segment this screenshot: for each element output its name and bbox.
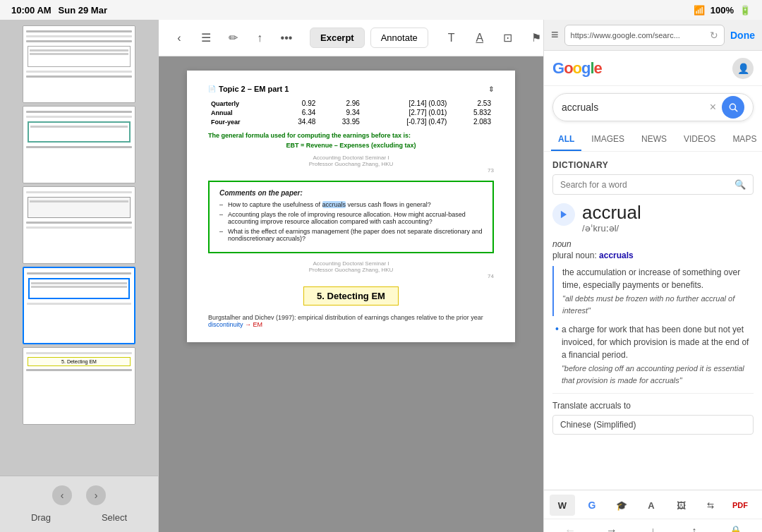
search-clear-icon[interactable]: × [710, 101, 716, 114]
sidebar: 5. Detecting EM ‹ › Drag Select [0, 20, 159, 532]
formula: EBT = Revenue – Expenses (excluding tax) [208, 142, 494, 149]
highlight-button[interactable]: T [440, 26, 464, 50]
refresh-icon[interactable]: ↻ [710, 30, 718, 41]
status-bar: 10:00 AM Sun 29 Mar 📶 100% 🔋 [0, 0, 762, 20]
tab-videos[interactable]: VIDEOS [677, 128, 722, 151]
prev-page-button[interactable]: ‹ [52, 485, 72, 505]
thumbnail-page-2[interactable] [23, 106, 135, 183]
translate-lang-box[interactable]: Chinese (Simplified) [552, 415, 754, 435]
plural-word: accruals [599, 250, 634, 260]
doc-page-1: 📄 Topic 2 – EM part 1 ⇕ Quarterly 0.92 2… [187, 71, 515, 342]
word-plural: plural noun: accruals [552, 250, 754, 260]
search-go-button[interactable] [722, 96, 744, 119]
table-row: Annual [208, 108, 274, 117]
translate-header: Translate accruals to [552, 401, 754, 411]
definition-2: a charge for work that has been done but… [562, 323, 754, 386]
search-tabs: ALL IMAGES NEWS VIDEOS MAPS [544, 128, 762, 152]
comments-title: Comments on the paper: [219, 189, 483, 197]
thumbnail-page-4[interactable] [23, 267, 135, 344]
share-button[interactable]: ↑ [248, 26, 272, 50]
comments-box: Comments on the paper: How to capture th… [208, 181, 494, 253]
google-tool-icon[interactable]: G [579, 495, 605, 516]
table-cell: [2.77] (0.01) [363, 108, 450, 117]
upload-button[interactable]: ↑ [683, 522, 706, 532]
table-row: Four-year [208, 117, 274, 126]
svg-marker-2 [561, 211, 567, 219]
tab-all[interactable]: ALL [551, 128, 581, 151]
thumbnail-page-3[interactable] [23, 186, 135, 264]
status-left: 10:00 AM Sun 29 Mar [11, 5, 107, 16]
battery-icon: 🔋 [739, 5, 751, 16]
browser-forward-button[interactable]: → [600, 522, 623, 532]
table-cell: 0.92 [274, 99, 319, 108]
thumbnail-area: 5. Detecting EM [0, 20, 158, 476]
search-input[interactable] [562, 102, 704, 113]
definition-quote-2: "before closing off an accounting period… [562, 363, 754, 386]
menu-button[interactable]: ≡ [551, 28, 559, 42]
dict-search-input[interactable] [560, 180, 730, 190]
sidebar-bottom: ‹ › Drag Select [0, 476, 158, 532]
browser-back-button[interactable]: ← [559, 522, 581, 532]
doc-footer-1: Accounting Doctoral Seminar I Professor … [208, 155, 494, 167]
excerpt-button[interactable]: Excerpt [310, 28, 365, 48]
word-entry: accrual /əˈkruːəl/ [552, 203, 754, 234]
section-area: 5. Detecting EM [208, 286, 494, 311]
annotate-button[interactable]: Annotate [370, 28, 428, 48]
word-pos: noun [552, 239, 754, 249]
back-button[interactable]: ‹ [167, 26, 191, 50]
tab-news[interactable]: NEWS [634, 128, 674, 151]
images-tool-icon[interactable]: 🖼 [668, 495, 694, 516]
page-num-1: 73 [208, 167, 494, 174]
pdf-tool-icon[interactable]: PDF [727, 495, 753, 516]
list-button[interactable]: ☰ [194, 26, 218, 50]
wikipedia-icon[interactable]: W [550, 495, 575, 516]
dictionary-header: DICTIONARY [552, 160, 754, 170]
next-page-button[interactable]: › [86, 485, 106, 505]
translate-tool-icon[interactable]: ⇆ [698, 495, 723, 516]
right-panel: ≡ https://www.google.com/searc... ↻ Done… [543, 20, 762, 532]
wifi-icon: 📶 [694, 5, 705, 16]
definition-quote-1: "all debts must be frozen with no furthe… [562, 293, 754, 316]
word-title: accrual [582, 203, 641, 222]
audio-button[interactable] [552, 203, 575, 226]
doc-toolbar-left: ‹ ☰ ✏ ↑ ••• [167, 26, 298, 50]
google-logo: Google [552, 59, 602, 78]
status-right: 📶 100% 🔋 [694, 5, 751, 16]
table-row: Quarterly [208, 99, 274, 108]
table-cell: 34.48 [274, 117, 319, 126]
url-bar[interactable]: https://www.google.com/searc... ↻ [564, 25, 725, 46]
dict-search-box[interactable]: 🔍 [552, 174, 754, 195]
select-label: Select [102, 512, 127, 523]
user-avatar[interactable]: 👤 [732, 58, 754, 79]
more-button[interactable]: ••• [274, 26, 298, 50]
thumbnail-page-1[interactable] [23, 25, 135, 103]
tab-maps[interactable]: MAPS [725, 128, 762, 151]
bookmark-button[interactable]: ⚑ [524, 26, 543, 50]
table-cell: 33.95 [318, 117, 363, 126]
done-button[interactable]: Done [730, 30, 755, 41]
drag-label: Drag [31, 512, 51, 523]
battery: 100% [710, 5, 734, 16]
underline-button[interactable]: A [468, 26, 492, 50]
word-phonetic: /əˈkruːəl/ [582, 223, 641, 234]
lock-button[interactable]: 🔒 [725, 522, 747, 532]
sidebar-nav[interactable]: ‹ › [52, 485, 106, 505]
search-bar[interactable]: × [552, 93, 754, 121]
edit-button[interactable]: ✏ [221, 26, 245, 50]
svg-line-1 [735, 109, 737, 111]
dict-tool-icon[interactable]: A [639, 495, 664, 516]
thumbnail-page-5[interactable]: 5. Detecting EM [23, 347, 135, 425]
sidebar-thumbnails: 5. Detecting EM [0, 20, 158, 476]
google-header: Google 👤 [544, 51, 762, 86]
scholar-icon[interactable]: 🎓 [609, 495, 634, 516]
results-area: DICTIONARY 🔍 accrual /əˈkruːəl/ noun [544, 152, 762, 490]
crop-button[interactable]: ⊡ [496, 26, 520, 50]
comment-item-2: Accounting plays the role of improving r… [219, 211, 483, 225]
tab-images[interactable]: IMAGES [584, 128, 631, 151]
dict-search-icon: 🔍 [734, 179, 746, 190]
table-cell: [2.14] (0.03) [363, 99, 450, 108]
table-cell: [-0.73] (0.47) [363, 117, 450, 126]
download-button[interactable]: ↓ [641, 522, 664, 532]
comment-item-1: How to capture the usefulness of accrual… [219, 201, 483, 208]
comment-item-3: What is the effect of earnings managemen… [219, 228, 483, 242]
